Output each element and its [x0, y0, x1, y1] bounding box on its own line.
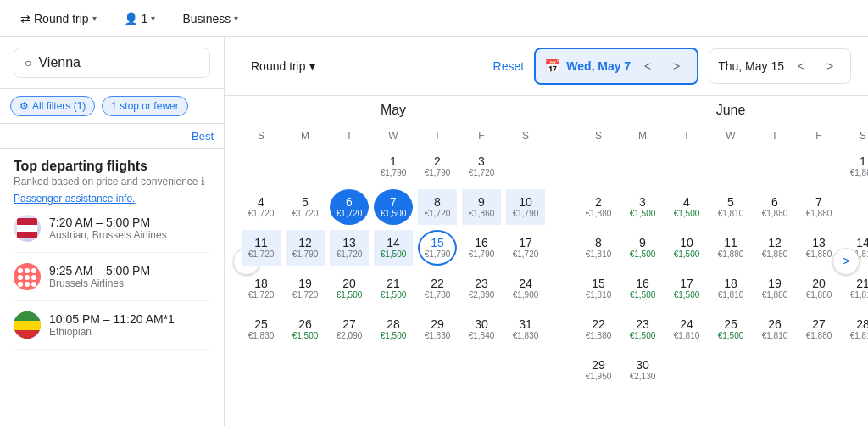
- sort-row: Best: [0, 124, 224, 149]
- day-cell[interactable]: 18€1,810: [711, 271, 750, 306]
- day-cell[interactable]: 26€1,810: [755, 311, 794, 347]
- start-date-prev[interactable]: <: [636, 54, 659, 78]
- day-cell[interactable]: 2€1,880: [579, 189, 618, 225]
- day-price: €2,090: [469, 290, 495, 300]
- june-title: June: [576, 103, 868, 118]
- day-cell[interactable]: 1€1,790: [374, 149, 413, 184]
- day-cell[interactable]: 28€1,500: [374, 311, 413, 347]
- flight-item[interactable]: 9:25 AM – 5:00 PM Brussels Airlines: [14, 253, 210, 301]
- day-cell[interactable]: 10€1,500: [667, 230, 706, 266]
- day-cell[interactable]: 5€1,810: [711, 189, 750, 225]
- day-cell[interactable]: 27€2,090: [330, 311, 369, 347]
- day-cell[interactable]: 30€1,840: [462, 311, 501, 347]
- day-cell[interactable]: 18€1,720: [242, 271, 281, 306]
- day-cell[interactable]: 24€1,900: [506, 271, 545, 306]
- day-cell[interactable]: 2€1,790: [418, 149, 457, 184]
- day-cell[interactable]: 3€1,500: [623, 189, 662, 225]
- passengers-selector[interactable]: 👤 1 ▾: [117, 8, 163, 29]
- cabin-class-selector[interactable]: Business ▾: [175, 8, 245, 29]
- day-cell[interactable]: 17€1,720: [506, 230, 545, 266]
- day-cell[interactable]: 4€1,720: [242, 189, 281, 225]
- day-price: €1,880: [806, 249, 832, 260]
- day-cell[interactable]: 22€1,780: [418, 271, 457, 306]
- flight-item[interactable]: 10:05 PM – 11:20 AM*1 Ethiopian: [14, 301, 210, 350]
- day-cell[interactable]: 31€1,830: [506, 311, 545, 347]
- day-cell[interactable]: 25€1,500: [711, 311, 750, 347]
- day-cell[interactable]: 11€1,720: [242, 230, 281, 266]
- day-cell[interactable]: 8€1,810: [579, 230, 618, 266]
- day-cell[interactable]: 7€1,880: [799, 189, 838, 225]
- all-filters-button[interactable]: ⚙ All filters (1): [10, 96, 95, 116]
- day-cell[interactable]: 20€1,880: [799, 271, 838, 306]
- round-trip-selector[interactable]: ⇄ Round trip ▾: [14, 8, 103, 29]
- day-cell[interactable]: 8€1,720: [418, 189, 457, 225]
- day-number: 9: [639, 236, 646, 250]
- day-cell[interactable]: 1€1,880: [843, 149, 868, 184]
- start-date-next[interactable]: >: [665, 54, 688, 78]
- left-panel: ○ ⚙ All filters (1) 1 stop or fewer Best: [0, 37, 225, 426]
- day-cell[interactable]: 19€1,880: [755, 271, 794, 306]
- day-cell[interactable]: 9€1,860: [462, 189, 501, 225]
- right-panel: Round trip ▾ Reset 📅 Wed, May 7 < > Thu,…: [225, 37, 868, 426]
- day-cell[interactable]: 21€1,810: [843, 271, 868, 306]
- end-date-box[interactable]: Thu, May 15 < >: [709, 48, 851, 84]
- day-cell[interactable]: 6€1,720: [330, 189, 369, 225]
- day-cell[interactable]: 12€1,880: [755, 230, 794, 266]
- day-number: 31: [519, 317, 532, 332]
- day-cell[interactable]: 26€1,500: [286, 311, 325, 347]
- day-number: 11: [724, 236, 737, 250]
- day-cell[interactable]: 5€1,720: [286, 189, 325, 225]
- day-cell[interactable]: 28€1,810: [843, 311, 868, 347]
- stop-filter-button[interactable]: 1 stop or fewer: [102, 96, 187, 116]
- day-cell[interactable]: 6€1,880: [755, 189, 794, 225]
- end-date-prev[interactable]: <: [789, 54, 813, 78]
- day-number: 24: [519, 277, 532, 291]
- day-cell[interactable]: 9€1,500: [623, 230, 662, 266]
- day-cell[interactable]: 23€1,500: [623, 311, 662, 347]
- end-date-next[interactable]: >: [818, 54, 842, 78]
- day-cell[interactable]: 11€1,880: [711, 230, 750, 266]
- day-cell[interactable]: 29€1,830: [418, 311, 457, 347]
- day-number: 20: [342, 277, 356, 291]
- day-price: €1,720: [425, 209, 451, 219]
- day-cell[interactable]: 15€1,790: [418, 230, 457, 266]
- svg-rect-4: [14, 321, 41, 330]
- calendar-next-button[interactable]: >: [832, 248, 860, 275]
- day-cell[interactable]: 16€1,790: [462, 230, 501, 266]
- day-cell[interactable]: 3€1,720: [462, 149, 501, 184]
- sort-button[interactable]: Best: [192, 130, 214, 143]
- day-cell[interactable]: 10€1,790: [506, 189, 545, 225]
- day-cell[interactable]: 30€2,130: [623, 352, 662, 388]
- dot: [31, 268, 36, 273]
- flight-item[interactable]: 7:20 AM – 5:00 PM Austrian, Brussels Air…: [14, 205, 210, 253]
- day-number: 6: [771, 195, 778, 210]
- day-cell[interactable]: 21€1,500: [374, 271, 413, 306]
- day-cell[interactable]: 14€1,500: [374, 230, 413, 266]
- day-price: €1,830: [513, 331, 539, 341]
- day-number: 20: [812, 277, 826, 291]
- day-cell[interactable]: 7€1,500: [374, 189, 413, 225]
- day-cell[interactable]: 23€2,090: [462, 271, 501, 306]
- day-cell[interactable]: 22€1,880: [579, 311, 618, 347]
- passenger-link[interactable]: Passenger assistance info.: [14, 193, 135, 205]
- day-cell[interactable]: 24€1,810: [667, 311, 706, 347]
- june-grid: S M T W T F S 1€1,8802€1,8803€1,5004€1,5…: [576, 125, 868, 391]
- day-cell[interactable]: 19€1,720: [286, 271, 325, 306]
- search-input[interactable]: [38, 55, 199, 70]
- day-number: 15: [431, 236, 444, 250]
- day-cell[interactable]: 16€1,500: [623, 271, 662, 306]
- start-date-box[interactable]: 📅 Wed, May 7 < >: [534, 48, 698, 85]
- day-cell[interactable]: 25€1,830: [242, 311, 281, 347]
- day-cell[interactable]: 13€1,720: [330, 230, 369, 266]
- day-cell[interactable]: 27€1,880: [799, 311, 838, 347]
- day-cell[interactable]: 29€1,950: [579, 352, 618, 388]
- day-cell[interactable]: 4€1,500: [667, 189, 706, 225]
- day-cell[interactable]: 17€1,500: [667, 271, 706, 306]
- day-number: 16: [636, 277, 649, 291]
- day-cell[interactable]: 15€1,810: [579, 271, 618, 306]
- day-cell[interactable]: 20€1,500: [330, 271, 369, 306]
- location-icon: ○: [25, 56, 31, 70]
- reset-button[interactable]: Reset: [493, 59, 525, 73]
- trip-type-select[interactable]: Round trip ▾: [242, 53, 325, 79]
- day-cell[interactable]: 12€1,790: [286, 230, 325, 266]
